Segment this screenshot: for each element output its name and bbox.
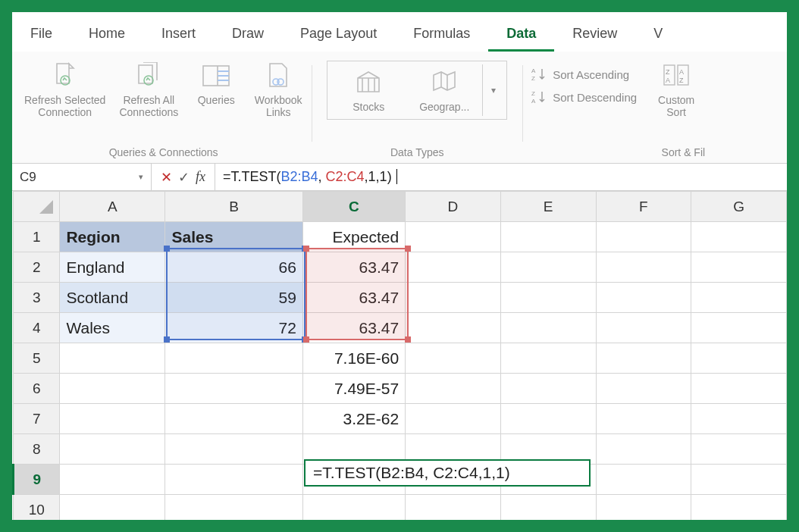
cell-A7[interactable] <box>60 404 165 434</box>
cell-A1[interactable]: Region <box>60 222 165 252</box>
cell-B10[interactable] <box>165 495 302 521</box>
cell-C4[interactable]: 63.47 <box>302 313 405 343</box>
custom-sort-button[interactable]: ZAAZ Custom Sort <box>647 58 705 121</box>
tab-data[interactable]: Data <box>488 17 554 52</box>
cell-B2[interactable]: 66 <box>165 252 302 283</box>
geography-button[interactable]: Geograp... <box>406 64 482 116</box>
cell-E2[interactable] <box>500 252 596 283</box>
cell-C10[interactable] <box>302 495 405 521</box>
cell-C7[interactable]: 3.2E-62 <box>302 404 405 434</box>
cell-E7[interactable] <box>500 404 596 434</box>
row-header-7[interactable]: 7 <box>14 404 60 434</box>
cell-F1[interactable] <box>596 222 691 252</box>
insert-function-button[interactable]: fx <box>196 169 205 185</box>
cell-B1[interactable]: Sales <box>165 222 302 252</box>
cell-D1[interactable] <box>406 222 501 252</box>
cell-D5[interactable] <box>406 343 501 374</box>
cell-G4[interactable] <box>691 313 787 343</box>
cell-F8[interactable] <box>596 434 691 465</box>
stocks-button[interactable]: Stocks <box>331 64 406 116</box>
tab-home[interactable]: Home <box>70 17 143 52</box>
cancel-edit-button[interactable]: ✕ <box>161 169 172 186</box>
cell-C3[interactable]: 63.47 <box>302 283 405 313</box>
cell-G10[interactable] <box>691 495 787 521</box>
cell-D7[interactable] <box>406 404 501 434</box>
cell-A4[interactable]: Wales <box>60 313 165 343</box>
col-header-F[interactable]: F <box>596 192 691 222</box>
cell-F9[interactable] <box>596 465 691 495</box>
tab-formulas[interactable]: Formulas <box>395 17 488 52</box>
col-header-A[interactable]: A <box>60 192 165 222</box>
name-box[interactable]: C9 ▾ <box>12 164 152 190</box>
row-header-2[interactable]: 2 <box>14 252 60 283</box>
row-header-3[interactable]: 3 <box>14 283 60 313</box>
cell-D10[interactable] <box>406 495 501 521</box>
col-header-E[interactable]: E <box>500 192 596 222</box>
cell-F10[interactable] <box>596 495 691 521</box>
cell-A9[interactable] <box>60 465 165 495</box>
row-header-5[interactable]: 5 <box>14 343 60 374</box>
cell-E4[interactable] <box>500 313 596 343</box>
cell-C6[interactable]: 7.49E-57 <box>302 374 405 404</box>
cell-G2[interactable] <box>691 252 787 283</box>
cell-A2[interactable]: England <box>60 252 165 283</box>
cell-F7[interactable] <box>596 404 691 434</box>
cell-B9[interactable] <box>165 465 302 495</box>
cell-F4[interactable] <box>596 313 691 343</box>
cell-E6[interactable] <box>500 374 596 404</box>
cell-C5[interactable]: 7.16E-60 <box>302 343 405 374</box>
datatype-dropdown[interactable]: ▾ <box>482 64 503 116</box>
cell-A3[interactable]: Scotland <box>60 283 165 313</box>
cell-B8[interactable] <box>165 434 302 465</box>
cell-B5[interactable] <box>165 343 302 374</box>
row-header-6[interactable]: 6 <box>14 374 60 404</box>
cell-F2[interactable] <box>596 252 691 283</box>
row-header-9[interactable]: 9 <box>14 465 60 495</box>
row-header-4[interactable]: 4 <box>14 313 60 343</box>
cell-G3[interactable] <box>691 283 787 313</box>
cell-D2[interactable] <box>406 252 501 283</box>
confirm-edit-button[interactable]: ✓ <box>178 169 190 186</box>
tab-draw[interactable]: Draw <box>214 17 282 52</box>
cell-A5[interactable] <box>60 343 165 374</box>
cell-E1[interactable] <box>500 222 596 252</box>
refresh-all-button[interactable]: Refresh All Connections <box>114 58 183 121</box>
row-header-1[interactable]: 1 <box>14 222 60 252</box>
row-header-8[interactable]: 8 <box>14 434 60 465</box>
select-all-corner[interactable] <box>14 192 60 222</box>
cell-B4[interactable]: 72 <box>165 313 302 343</box>
tab-insert[interactable]: Insert <box>143 17 214 52</box>
queries-button[interactable]: Queries <box>187 58 245 109</box>
formula-input[interactable]: =T.TEST(B2:B4, C2:C4,1,1) <box>215 169 787 185</box>
cell-G7[interactable] <box>691 404 787 434</box>
row-header-10[interactable]: 10 <box>14 495 60 521</box>
tab-view-partial[interactable]: V <box>635 17 681 52</box>
cell-A10[interactable] <box>60 495 165 521</box>
cell-B3[interactable]: 59 <box>165 283 302 313</box>
sort-descending-button[interactable]: ZA Sort Descending <box>531 89 637 105</box>
cell-C2[interactable]: 63.47 <box>302 252 405 283</box>
tab-review[interactable]: Review <box>554 17 635 52</box>
cell-B7[interactable] <box>165 404 302 434</box>
cell-D3[interactable] <box>406 283 501 313</box>
col-header-G[interactable]: G <box>691 192 787 222</box>
cell-D6[interactable] <box>406 374 501 404</box>
cell-G5[interactable] <box>691 343 787 374</box>
cell-A6[interactable] <box>60 374 165 404</box>
col-header-D[interactable]: D <box>406 192 501 222</box>
cell-F5[interactable] <box>596 343 691 374</box>
cell-G9[interactable] <box>691 465 787 495</box>
sort-ascending-button[interactable]: AZ Sort Ascending <box>531 67 637 82</box>
col-header-B[interactable]: B <box>165 192 302 222</box>
cell-G1[interactable] <box>691 222 787 252</box>
cell-G8[interactable] <box>691 434 787 465</box>
cell-A8[interactable] <box>60 434 165 465</box>
cell-D4[interactable] <box>406 313 501 343</box>
cell-B6[interactable] <box>165 374 302 404</box>
active-cell-editor[interactable]: =T.TEST(B2:B4, C2:C4,1,1) <box>304 459 591 487</box>
col-header-C[interactable]: C <box>302 192 405 222</box>
cell-E10[interactable] <box>500 495 596 521</box>
cell-F6[interactable] <box>596 374 691 404</box>
cell-E5[interactable] <box>500 343 596 374</box>
cell-F3[interactable] <box>596 283 691 313</box>
